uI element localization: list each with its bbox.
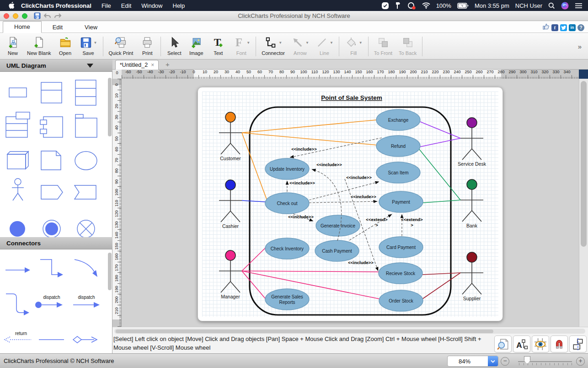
minimize-window-button[interactable] [13,13,18,19]
tab-home[interactable]: Home [3,21,42,33]
show-grid-button[interactable] [532,336,549,352]
actor-cashier[interactable]: Cashier [219,180,242,229]
apple-menu-icon[interactable] [8,2,15,9]
shape-actor[interactable] [12,179,24,200]
association-line[interactable] [419,138,460,147]
association-line[interactable] [242,133,267,199]
toolbar-fill-button[interactable]: ▼Fill [342,34,366,59]
tab-edit[interactable]: Edit [42,22,74,33]
usecase-check-out[interactable]: Check out [265,193,309,214]
toolbar-open-button[interactable]: Open [54,34,76,59]
zoom-in-button[interactable]: + [576,357,585,366]
spotlight-search-icon[interactable] [548,2,555,9]
shape-class-2[interactable] [41,82,62,103]
usecase-exchange[interactable]: Exchange [376,109,420,130]
toolbar-font-button[interactable]: F▼Font [229,34,253,59]
connector-elbow-arrow[interactable] [40,260,63,277]
usecase-order-stock[interactable]: Order Stock [379,290,423,311]
auto-connect-text-button[interactable]: A [513,336,530,352]
menu-window[interactable]: Window [141,2,162,9]
toolbar-text-button[interactable]: TText [207,34,229,59]
usecase-scan-item[interactable]: Scan Item [376,162,420,183]
usecase-card-payment[interactable]: Card Payment [379,237,423,258]
tab-view[interactable]: View [74,22,108,33]
menu-file[interactable]: File [102,2,111,9]
like-icon[interactable] [542,23,550,32]
shape-package[interactable] [75,114,97,137]
association-line[interactable] [242,271,379,272]
palette-group-header[interactable]: UML Diagram [0,60,112,72]
zoom-dropdown-button[interactable] [488,356,498,366]
control-center-icon[interactable] [575,3,583,9]
facebook-icon[interactable]: f [551,24,558,31]
menubar-app-name[interactable]: ClickCharts Professional [21,2,91,9]
connectors-group-header[interactable]: Connectors [0,237,112,249]
shape-component[interactable] [40,117,63,137]
diagram-title[interactable]: Point of Sale System [321,94,382,101]
sync-status-icon[interactable] [407,2,416,10]
usecase-generate-sales-reports[interactable]: Generate SalesReports [265,289,309,310]
shape-initial-node[interactable] [10,221,25,237]
toolbar-overflow-button[interactable]: » [573,43,586,50]
toolbar-new-blank-button[interactable]: New Blank [24,34,54,59]
toolbar-save-button[interactable]: ▼Save [76,34,101,59]
siri-icon[interactable] [561,2,569,10]
snap-magnet-button[interactable] [551,336,568,352]
shape-flow-final[interactable] [77,220,95,237]
association-line[interactable] [420,122,460,138]
association-line[interactable] [423,200,460,203]
connector-dispatch-dot[interactable] [35,302,63,308]
zoom-level-select[interactable]: 84% [447,356,498,367]
redo-icon[interactable] [54,13,62,19]
shape-usecase-ellipse[interactable] [75,152,97,170]
association-line[interactable] [242,248,266,271]
association-line[interactable] [242,271,380,299]
dropdown-caret-icon[interactable]: ▼ [94,41,97,45]
document-tab[interactable]: *Untitled_2 × [115,60,159,70]
shape-rectangle[interactable] [9,88,27,97]
zoom-to-fit-button[interactable] [494,336,512,352]
toolbar-to-back-button[interactable]: To Back [396,34,420,59]
usecase-payment[interactable]: Payment [379,191,423,212]
vertical-scrollbar-thumb[interactable] [581,81,587,247]
connector-dispatch[interactable] [73,302,100,308]
sidebar-scrollbar-thumb[interactable] [108,78,112,136]
connectors-scrollbar-thumb[interactable] [108,253,112,290]
twitter-icon[interactable] [560,24,567,31]
save-quick-icon[interactable] [34,12,41,19]
shape-signal-receive[interactable] [75,185,96,199]
connector-curved-arrow[interactable] [75,260,97,277]
toolbar-to-front-button[interactable]: To Front [371,34,396,59]
connector-return-dashed[interactable] [5,337,31,342]
usecase-cash-payment[interactable]: Cash Payment [315,240,359,261]
toolbar-image-button[interactable]: Image [185,34,207,59]
close-tab-icon[interactable]: × [151,62,154,68]
toolbar-new-button[interactable]: New [2,34,24,59]
toolbar-arrow-button[interactable]: ▼Arrow [288,34,312,59]
include-arrow[interactable] [309,201,377,203]
align-shapes-button[interactable] [569,336,587,352]
horizontal-scrollbar[interactable] [114,329,585,334]
menu-edit[interactable]: Edit [121,2,131,9]
association-line[interactable] [242,120,376,133]
menubar-clock[interactable]: Mon 3:55 pm [475,2,509,9]
shape-node-3d[interactable] [7,152,28,169]
zoom-out-button[interactable]: − [501,357,509,366]
toolbar-connector-button[interactable]: ▼Connector [258,34,288,59]
checkmark-badge-icon[interactable] [381,2,389,10]
connector-straight-arrow[interactable] [5,267,30,273]
shape-class-3[interactable] [75,80,96,105]
undo-icon[interactable] [43,13,51,19]
dropdown-caret-icon[interactable]: ▼ [305,41,309,45]
association-line[interactable] [422,273,460,299]
uml-usecase-diagram[interactable]: Point of Sale SystemExchangeRefundUpdate… [198,87,503,322]
drawing-canvas[interactable]: Point of Sale SystemExchangeRefundUpdate… [122,79,579,327]
toolbar-line-button[interactable]: ▼Line [312,34,337,59]
help-icon[interactable]: ? [577,24,584,31]
usecase-generate-invoice[interactable]: Generate Invoice [316,215,360,236]
usecase-update-inventory[interactable]: Update Inventory [265,158,309,179]
association-line[interactable] [242,200,265,202]
dropdown-caret-icon[interactable]: ▼ [330,41,333,45]
usecase-check-inventory[interactable]: Check Inventory [265,238,309,259]
actor-service-desk[interactable]: Service Desk [458,118,486,167]
